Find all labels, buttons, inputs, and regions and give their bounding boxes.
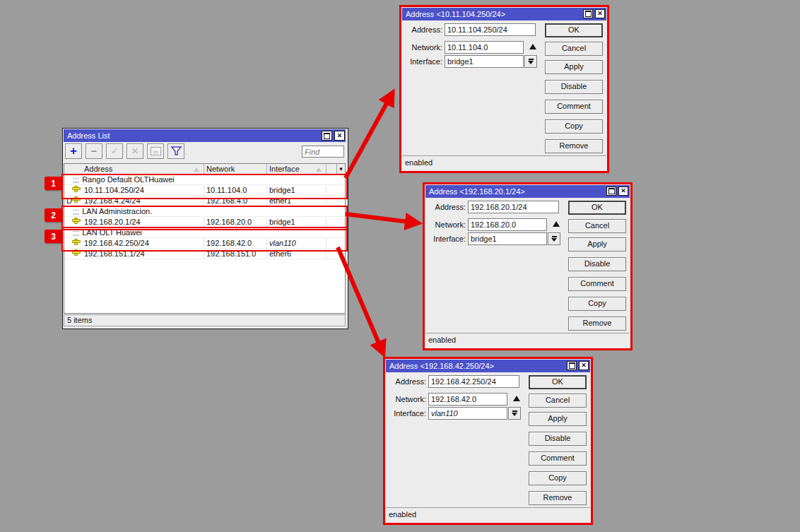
filter-button[interactable] — [167, 143, 184, 159]
address-row[interactable]: 192.168.42.250/24 192.168.42.0 vlan110 — [64, 238, 345, 249]
remove-button[interactable]: Remove — [529, 491, 587, 505]
comment-button[interactable] — [147, 143, 164, 159]
cell-network: 192.168.42.0 — [206, 239, 252, 248]
address-table: Address Network Interface ▼ ;;;Rango Def… — [64, 163, 346, 314]
copy-button[interactable]: Copy — [545, 119, 603, 134]
address-row[interactable]: 192.168.151.1/24 192.168.151.0 ether6 — [64, 249, 345, 259]
close-button[interactable]: ✕ — [334, 131, 345, 141]
annotation-badge-1: 1 — [45, 177, 62, 190]
column-divider — [266, 196, 267, 206]
address-row[interactable]: 192.168.20.1/24 192.168.20.0 bridge1 — [64, 217, 345, 227]
disable-button[interactable]: Disable — [568, 257, 626, 271]
maximize-icon — [324, 133, 330, 139]
desktop: Address List ✕ + − ✓ ✕ Address Network I… — [0, 0, 800, 532]
copy-button[interactable]: Copy — [568, 297, 626, 311]
ip-address-icon — [72, 239, 81, 245]
column-header-interface[interactable]: Interface — [269, 165, 300, 174]
find-input[interactable] — [302, 146, 344, 158]
network-field[interactable] — [428, 393, 507, 406]
comment-text: LAN Administracion. — [82, 207, 152, 215]
apply-button[interactable]: Apply — [529, 412, 587, 426]
maximize-button[interactable] — [567, 361, 577, 370]
comment-row[interactable]: ;;;Rango Default OLTHuawei — [64, 175, 345, 185]
dropdown-icon-arrow — [528, 61, 534, 64]
column-header-address[interactable]: Address — [84, 165, 112, 174]
interface-field[interactable] — [428, 407, 507, 420]
address-row[interactable]: D 192.168.4.24/24 192.168.4.0 ether1 — [64, 196, 345, 206]
dialog-titlebar[interactable]: Address <192.168.20.1/24> — [425, 185, 630, 198]
dialog-statusbar: enabled — [425, 333, 630, 348]
ok-button[interactable]: OK — [545, 23, 603, 37]
address-field[interactable] — [445, 23, 536, 36]
cancel-button[interactable]: Cancel — [529, 394, 587, 408]
comment-button[interactable]: Comment — [529, 451, 587, 466]
dropdown-icon-bar — [552, 236, 557, 237]
ok-button[interactable]: OK — [529, 375, 587, 389]
remove-button[interactable]: Remove — [568, 317, 626, 331]
maximize-button[interactable] — [583, 9, 593, 18]
titlebar-buttons: ✕ — [567, 361, 589, 370]
column-divider — [266, 164, 267, 175]
spin-up-icon[interactable] — [553, 221, 560, 227]
apply-button[interactable]: Apply — [568, 237, 626, 252]
close-button[interactable]: ✕ — [595, 9, 605, 18]
titlebar-buttons: ✕ — [322, 131, 345, 141]
column-dropdown-button[interactable]: ▼ — [336, 164, 345, 174]
copy-button[interactable]: Copy — [529, 471, 587, 485]
comment-row[interactable]: ;;;LAN OLT Huawei — [64, 227, 345, 238]
ip-icon-part — [72, 187, 81, 190]
remove-icon: − — [91, 146, 98, 156]
disable-button[interactable]: ✕ — [127, 143, 143, 159]
maximize-icon — [608, 188, 615, 194]
titlebar-buttons: ✕ — [606, 187, 628, 196]
address-field[interactable] — [468, 201, 559, 213]
column-divider — [204, 164, 204, 175]
interface-dropdown-button[interactable] — [508, 407, 521, 420]
dialog-statusbar: enabled — [386, 507, 590, 522]
cancel-button[interactable]: Cancel — [545, 42, 603, 56]
add-button[interactable]: + — [65, 143, 82, 159]
comment-button[interactable]: Comment — [568, 277, 626, 291]
interface-label: Interface: — [426, 232, 466, 245]
network-field[interactable] — [468, 218, 547, 231]
address-dialog-1: Address <10.11.104.250/24> ✕ Address: Ne… — [399, 5, 609, 173]
address-row[interactable]: 10.11.104.250/24 10.11.104.0 bridge1 — [64, 185, 345, 196]
interface-field[interactable] — [445, 55, 524, 68]
dialog-titlebar[interactable]: Address <10.11.104.250/24> — [402, 8, 606, 20]
comment-row[interactable]: ;;;LAN Administracion. — [64, 206, 345, 217]
remove-button[interactable]: Remove — [545, 139, 603, 153]
address-list-titlebar[interactable]: Address List — [64, 129, 346, 142]
comment-button[interactable]: Comment — [545, 100, 603, 114]
close-button[interactable]: ✕ — [579, 361, 589, 370]
titlebar-buttons: ✕ — [583, 9, 605, 18]
address-field[interactable] — [428, 375, 519, 388]
remove-button[interactable]: − — [86, 143, 102, 159]
interface-dropdown-button[interactable] — [548, 232, 560, 245]
column-header-network[interactable]: Network — [206, 165, 235, 174]
cell-address: 192.168.4.24/24 — [84, 196, 141, 206]
disable-button[interactable]: Disable — [545, 80, 603, 94]
enable-button[interactable]: ✓ — [106, 143, 123, 159]
comment-text: Rango Default OLTHuawei — [82, 175, 175, 184]
column-divider — [326, 196, 327, 206]
dialog-title: Address <10.11.104.250/24> — [406, 10, 505, 18]
window-title: Address List — [67, 131, 110, 140]
interface-label: Interface: — [387, 407, 426, 420]
interface-dropdown-button[interactable] — [524, 55, 537, 68]
maximize-button[interactable] — [322, 131, 332, 141]
interface-field[interactable] — [468, 232, 547, 245]
disable-button[interactable]: Disable — [529, 432, 587, 446]
close-icon: ✕ — [597, 11, 603, 17]
ip-address-icon — [72, 196, 81, 203]
apply-button[interactable]: Apply — [545, 60, 603, 74]
network-field[interactable] — [445, 41, 524, 54]
sort-icon-address — [194, 167, 199, 172]
cell-interface: bridge1 — [269, 218, 295, 227]
cancel-button[interactable]: Cancel — [568, 219, 626, 233]
ok-button[interactable]: OK — [568, 201, 626, 215]
close-button[interactable]: ✕ — [618, 187, 628, 196]
dialog-titlebar[interactable]: Address <192.168.42.250/24> — [386, 360, 590, 372]
maximize-button[interactable] — [606, 187, 616, 196]
spin-up-icon[interactable] — [513, 396, 520, 401]
spin-up-icon[interactable] — [529, 44, 536, 49]
